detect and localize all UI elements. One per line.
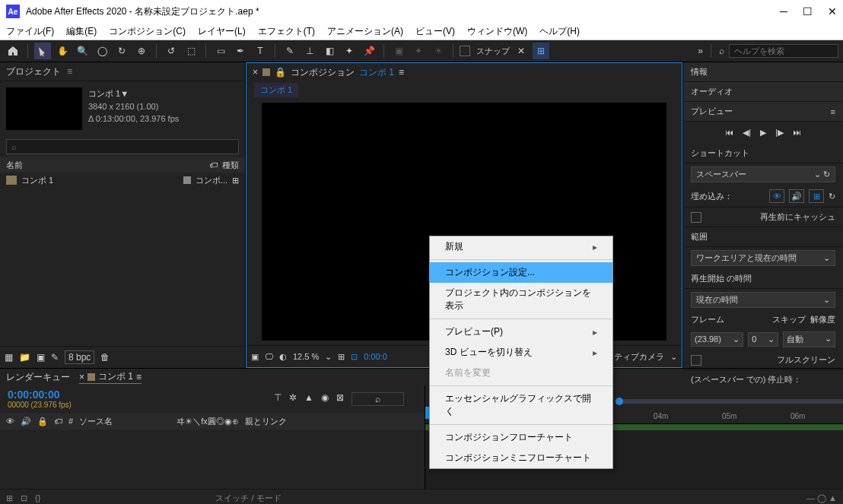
expand-icon[interactable]: » [698, 46, 703, 56]
audio-col-icon[interactable]: 🔊 [21, 417, 31, 426]
tl-toggle-icon[interactable]: ⊡ [21, 493, 27, 503]
camera-tool-icon[interactable]: ⊕ [133, 43, 150, 59]
tl-search-input[interactable]: ⌕ [352, 392, 404, 406]
minimize-button[interactable]: ─ [780, 5, 787, 17]
shortcut-select[interactable]: スペースバー⌄ ↻ [691, 166, 835, 182]
snap-grid-icon[interactable]: ⊞ [533, 43, 549, 59]
text-tool-icon[interactable]: T [252, 43, 269, 59]
next-frame-icon[interactable]: |▶ [775, 128, 784, 138]
comp-breadcrumb[interactable]: コンポ 1 [254, 83, 298, 97]
menu-view[interactable]: ビュー(V) [412, 24, 458, 40]
project-search-input[interactable] [6, 139, 239, 154]
first-frame-icon[interactable]: ⏮ [725, 128, 733, 138]
interpret-icon[interactable]: ▦ [5, 352, 13, 363]
adjust-icon[interactable]: ✎ [51, 352, 59, 363]
selection-tool-icon[interactable] [34, 43, 51, 59]
audio-panel-title[interactable]: オーディオ [691, 86, 733, 97]
menu-3d-view[interactable]: 3D ビューを切り替え▸ [430, 342, 612, 363]
last-frame-icon[interactable]: ⏭ [793, 128, 801, 138]
lock-icon[interactable]: 🔒 [275, 67, 286, 78]
delete-icon[interactable]: 🗑 [100, 352, 110, 363]
menu-comp-settings[interactable]: コンポジション設定... [430, 262, 612, 283]
3d-icon[interactable]: ▣ [390, 43, 407, 59]
panel-menu-icon[interactable]: ≡ [67, 66, 72, 77]
help-search-input[interactable] [729, 44, 838, 58]
menu-reveal-comp[interactable]: プロジェクト内のコンポジションを表示 [430, 283, 612, 316]
timeline-comp-tab[interactable]: × コンポ 1 ≡ [79, 370, 142, 384]
menu-layer[interactable]: レイヤー(L) [195, 24, 249, 40]
tl-toggle-icon[interactable]: ⊞ [6, 493, 13, 503]
menu-new[interactable]: 新規▸ [430, 236, 612, 257]
shape-tool-icon[interactable]: ▭ [212, 43, 229, 59]
project-item-row[interactable]: コンポ 1 コンポ... ⊞ [0, 173, 245, 188]
tl-icon[interactable]: ✲ [289, 392, 297, 406]
overlay-include-icon[interactable]: ⊞ [809, 189, 824, 203]
menu-mini-flowchart[interactable]: コンポジションミニフローチャート [430, 448, 612, 468]
render-queue-tab[interactable]: レンダーキュー [6, 371, 70, 384]
tag-icon[interactable]: 🏷 [209, 160, 218, 170]
menu-animation[interactable]: アニメーション(A) [324, 24, 406, 40]
camera-select[interactable]: ティブカメラ [614, 351, 664, 363]
close-button[interactable]: ✕ [828, 5, 837, 17]
roto-tool-icon[interactable]: ✦ [341, 43, 358, 59]
tl-icon[interactable]: ⊤ [274, 392, 282, 406]
tl-icon[interactable]: ▲ [304, 392, 313, 406]
menu-preview[interactable]: プレビュー(P)▸ [430, 322, 612, 342]
puppet-tool-icon[interactable]: 📌 [361, 43, 377, 59]
loop-icon[interactable]: ↻ [829, 192, 835, 201]
prev-frame-icon[interactable]: ◀| [743, 128, 751, 138]
rect-mask-tool-icon[interactable]: ⬚ [183, 43, 199, 59]
video-include-icon[interactable]: 👁 [769, 189, 784, 203]
switches-colen[interactable]: ヰ☀＼fx圓◎◉⊕ [177, 416, 239, 427]
menu-flowchart[interactable]: コンポジションフローチャート [430, 427, 612, 448]
info-panel-title[interactable]: 情報 [691, 66, 708, 78]
tl-toggle-icon[interactable]: {} [35, 493, 40, 502]
fullscreen-checkbox[interactable] [691, 355, 701, 366]
comp-tab-name[interactable]: コンポ 1 [359, 66, 394, 79]
close-tab-icon[interactable]: × [253, 67, 258, 78]
panel-menu-icon[interactable]: ≡ [399, 67, 404, 78]
channel-icon[interactable]: 🖵 [265, 352, 273, 361]
3d-icon-2[interactable]: ✦ [410, 43, 427, 59]
menu-edit[interactable]: 編集(E) [63, 24, 100, 40]
clone-tool-icon[interactable]: ⊥ [301, 43, 318, 59]
res-icon[interactable]: ⊞ [338, 352, 345, 362]
playfrom-select[interactable]: 現在の時間⌄ [691, 292, 835, 308]
col-type[interactable]: 種類 [222, 160, 239, 171]
3d-icon-3[interactable]: ☀ [430, 43, 447, 59]
new-comp-icon[interactable]: ▣ [37, 352, 45, 363]
grid-icon[interactable]: ⊡ [351, 352, 358, 362]
maximize-button[interactable]: ☐ [803, 5, 813, 17]
lock-col-icon[interactable]: 🔒 [37, 417, 48, 426]
res-select[interactable]: 自動⌄ [783, 331, 835, 347]
col-name[interactable]: 名前 [6, 160, 23, 171]
switch-mode-toggle[interactable]: スイッチ / モード [215, 493, 281, 504]
comp-thumbnail[interactable] [6, 87, 82, 130]
skip-select[interactable]: 0⌄ [748, 332, 778, 347]
source-name-col[interactable]: ソース名 [79, 416, 170, 427]
zoom-level[interactable]: 12.5 % [293, 352, 319, 361]
pen-tool-icon[interactable]: ✒ [232, 43, 249, 59]
audio-include-icon[interactable]: 🔊 [789, 189, 804, 203]
label-col-icon[interactable]: 🏷 [54, 417, 62, 426]
zoom-tool-icon[interactable]: 🔍 [74, 43, 91, 59]
preview-panel-title[interactable]: プレビュー [691, 106, 733, 117]
frame-select[interactable]: (23.98)⌄ [691, 332, 743, 347]
menu-composition[interactable]: コンポジション(C) [106, 24, 189, 40]
panel-menu-icon[interactable]: ≡ [831, 107, 835, 116]
tl-icon[interactable]: ◉ [321, 392, 329, 406]
range-select[interactable]: ワークエリアと現在の時間⌄ [691, 250, 835, 266]
rotate-tool-icon[interactable]: ↻ [113, 43, 130, 59]
eye-col-icon[interactable]: 👁 [6, 417, 14, 426]
parent-col[interactable]: 親とリンク [245, 416, 287, 427]
bpc-label[interactable]: 8 bpc [65, 350, 94, 364]
menu-file[interactable]: ファイル(F) [3, 24, 57, 40]
snap-opt-icon[interactable]: ✕ [513, 43, 530, 59]
menu-effect[interactable]: エフェクト(T) [255, 24, 318, 40]
mask-icon[interactable]: ◐ [279, 352, 287, 362]
hand-tool-icon[interactable]: ✋ [54, 43, 71, 59]
comp-time[interactable]: 0:00:0 [364, 352, 387, 361]
home-icon[interactable] [5, 43, 21, 59]
menu-essential-graphics[interactable]: エッセンシャルグラフィックスで開く [430, 388, 612, 422]
new-folder-icon[interactable]: 📁 [19, 352, 30, 363]
